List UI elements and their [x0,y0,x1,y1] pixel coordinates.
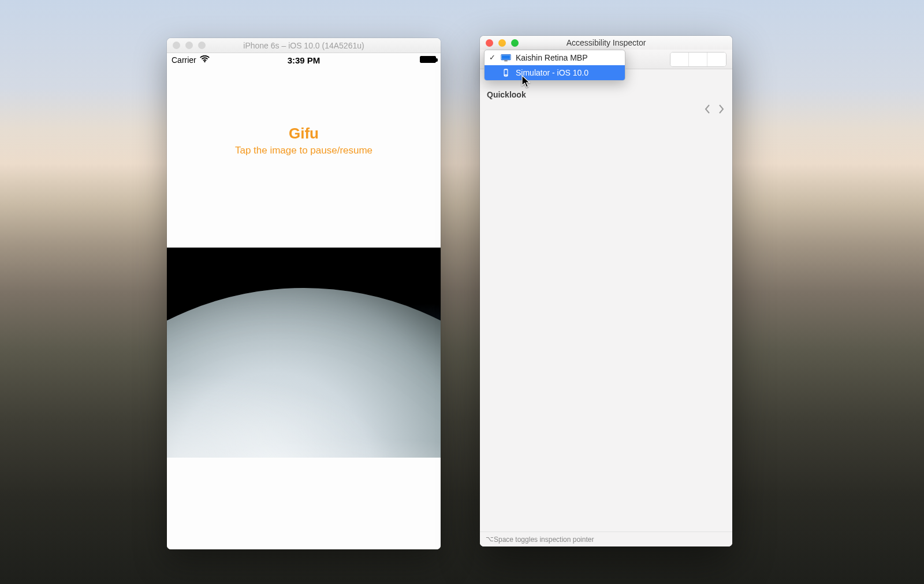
earth-graphic [167,288,441,458]
svg-rect-5 [502,55,510,59]
status-time: 3:39 PM [167,55,441,65]
inspector-toolbar: Kaishin Retina MBP ˇ ✓ Kaishin Retina MB… [480,50,732,69]
svg-rect-6 [504,60,507,61]
app-title: Gifu [167,125,441,143]
simulator-window-title: iPhone 6s – iOS 10.0 (14A5261u) [167,41,441,50]
minimize-icon[interactable] [185,42,193,49]
cursor-icon [521,75,532,89]
zoom-icon[interactable] [198,42,206,49]
tab-inspection[interactable] [670,53,689,66]
simulator-window: iPhone 6s – iOS 10.0 (14A5261u) Carrier … [167,38,441,549]
close-icon[interactable] [173,42,180,49]
tab-audit[interactable] [689,53,707,66]
dropdown-item-label: Kaishin Retina MBP [516,53,588,62]
ios-status-bar: Carrier 3:39 PM [167,53,441,67]
inspector-body: Quicklook ⌥ Space toggles inspection poi… [480,69,732,546]
gif-image[interactable] [167,248,441,458]
svg-point-9 [505,74,506,76]
desktop-wallpaper [0,0,924,584]
dropdown-item-host-mac[interactable]: ✓ Kaishin Retina MBP [485,50,625,65]
check-icon: ✓ [488,53,496,62]
nav-next-button[interactable] [717,104,725,117]
status-hint-text: Space toggles inspection pointer [494,536,594,544]
mode-segmented-control [670,52,726,67]
target-dropdown-menu: ✓ Kaishin Retina MBP Simulator - iOS 10.… [484,50,625,81]
inspector-titlebar[interactable]: Accessibility Inspector [480,36,732,50]
dropdown-item-simulator[interactable]: Simulator - iOS 10.0 [485,65,625,80]
inspector-window-title: Accessibility Inspector [480,38,732,47]
option-key-glyph: ⌥ [486,535,494,544]
simulator-screen[interactable]: Carrier 3:39 PM Gifu Tap the image to pa… [167,53,441,549]
nav-prev-button[interactable] [703,104,711,117]
quicklook-heading: Quicklook [487,90,526,99]
earth-clouds [167,288,441,458]
tab-settings[interactable] [707,53,726,66]
simulator-traffic-lights [173,42,206,49]
simulator-titlebar[interactable]: iPhone 6s – iOS 10.0 (14A5261u) [167,38,441,53]
app-subtitle: Tap the image to pause/resume [167,145,441,156]
svg-rect-8 [505,70,508,74]
app-heading: Gifu Tap the image to pause/resume [167,125,441,156]
quicklook-nav [703,104,725,117]
display-icon [501,54,511,62]
simulator-device-icon [501,69,511,77]
inspector-status-bar: ⌥ Space toggles inspection pointer [480,531,732,546]
accessibility-inspector-window: Accessibility Inspector Kaishin Retina M… [480,36,732,546]
